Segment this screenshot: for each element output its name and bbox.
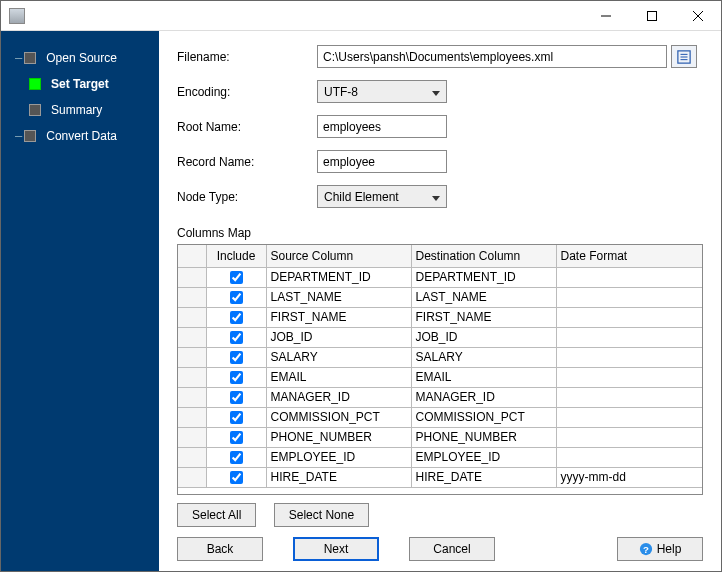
- row-header-cell[interactable]: [178, 447, 206, 467]
- sidebar-step-convert-data[interactable]: – Convert Data: [1, 123, 159, 149]
- format-cell[interactable]: yyyy-mm-dd: [556, 467, 702, 487]
- row-header-cell[interactable]: [178, 427, 206, 447]
- table-row[interactable]: HIRE_DATEHIRE_DATEyyyy-mm-dd: [178, 467, 702, 487]
- minimize-button[interactable]: [583, 1, 629, 30]
- include-checkbox[interactable]: [230, 411, 243, 424]
- nodetype-select[interactable]: Child Element: [317, 185, 447, 208]
- row-header-cell[interactable]: [178, 287, 206, 307]
- table-row[interactable]: FIRST_NAMEFIRST_NAME: [178, 307, 702, 327]
- table-row[interactable]: MANAGER_IDMANAGER_ID: [178, 387, 702, 407]
- dest-cell[interactable]: JOB_ID: [411, 327, 556, 347]
- source-cell[interactable]: FIRST_NAME: [266, 307, 411, 327]
- encoding-select[interactable]: UTF-8: [317, 80, 447, 103]
- rootname-input[interactable]: [317, 115, 447, 138]
- include-header[interactable]: Include: [206, 245, 266, 267]
- include-cell[interactable]: [206, 367, 266, 387]
- include-cell[interactable]: [206, 387, 266, 407]
- back-button[interactable]: Back: [177, 537, 263, 561]
- format-cell[interactable]: [556, 267, 702, 287]
- table-row[interactable]: DEPARTMENT_IDDEPARTMENT_ID: [178, 267, 702, 287]
- include-checkbox[interactable]: [230, 351, 243, 364]
- include-checkbox[interactable]: [230, 431, 243, 444]
- source-cell[interactable]: EMAIL: [266, 367, 411, 387]
- maximize-button[interactable]: [629, 1, 675, 30]
- filename-input[interactable]: [317, 45, 667, 68]
- recordname-input[interactable]: [317, 150, 447, 173]
- include-cell[interactable]: [206, 467, 266, 487]
- row-header-cell[interactable]: [178, 367, 206, 387]
- row-header-cell[interactable]: [178, 387, 206, 407]
- source-header[interactable]: Source Column: [266, 245, 411, 267]
- source-cell[interactable]: SALARY: [266, 347, 411, 367]
- source-cell[interactable]: DEPARTMENT_ID: [266, 267, 411, 287]
- table-row[interactable]: EMPLOYEE_IDEMPLOYEE_ID: [178, 447, 702, 467]
- include-cell[interactable]: [206, 407, 266, 427]
- dest-cell[interactable]: PHONE_NUMBER: [411, 427, 556, 447]
- source-cell[interactable]: JOB_ID: [266, 327, 411, 347]
- next-button[interactable]: Next: [293, 537, 379, 561]
- source-cell[interactable]: EMPLOYEE_ID: [266, 447, 411, 467]
- row-header-cell[interactable]: [178, 327, 206, 347]
- include-checkbox[interactable]: [230, 471, 243, 484]
- dest-header[interactable]: Destination Column: [411, 245, 556, 267]
- table-row[interactable]: EMAILEMAIL: [178, 367, 702, 387]
- format-cell[interactable]: [556, 327, 702, 347]
- row-header-cell[interactable]: [178, 347, 206, 367]
- dest-cell[interactable]: LAST_NAME: [411, 287, 556, 307]
- format-cell[interactable]: [556, 407, 702, 427]
- format-cell[interactable]: [556, 427, 702, 447]
- source-cell[interactable]: HIRE_DATE: [266, 467, 411, 487]
- row-header-cell[interactable]: [178, 307, 206, 327]
- table-row[interactable]: JOB_IDJOB_ID: [178, 327, 702, 347]
- include-cell[interactable]: [206, 307, 266, 327]
- row-header-cell[interactable]: [178, 267, 206, 287]
- format-cell[interactable]: [556, 447, 702, 467]
- select-all-button[interactable]: Select All: [177, 503, 256, 527]
- table-row[interactable]: SALARYSALARY: [178, 347, 702, 367]
- row-header-cell[interactable]: [178, 467, 206, 487]
- format-cell[interactable]: [556, 287, 702, 307]
- source-cell[interactable]: MANAGER_ID: [266, 387, 411, 407]
- sidebar-step-set-target[interactable]: Set Target: [1, 71, 159, 97]
- source-cell[interactable]: COMMISSION_PCT: [266, 407, 411, 427]
- help-button[interactable]: ? Help: [617, 537, 703, 561]
- include-checkbox[interactable]: [230, 271, 243, 284]
- format-cell[interactable]: [556, 367, 702, 387]
- include-checkbox[interactable]: [230, 451, 243, 464]
- include-cell[interactable]: [206, 327, 266, 347]
- dest-cell[interactable]: MANAGER_ID: [411, 387, 556, 407]
- include-cell[interactable]: [206, 447, 266, 467]
- dest-cell[interactable]: EMPLOYEE_ID: [411, 447, 556, 467]
- include-checkbox[interactable]: [230, 391, 243, 404]
- format-cell[interactable]: [556, 387, 702, 407]
- include-checkbox[interactable]: [230, 331, 243, 344]
- table-row[interactable]: LAST_NAMELAST_NAME: [178, 287, 702, 307]
- include-checkbox[interactable]: [230, 311, 243, 324]
- include-cell[interactable]: [206, 287, 266, 307]
- row-header-cell[interactable]: [178, 407, 206, 427]
- source-cell[interactable]: LAST_NAME: [266, 287, 411, 307]
- include-checkbox[interactable]: [230, 291, 243, 304]
- dest-cell[interactable]: EMAIL: [411, 367, 556, 387]
- include-cell[interactable]: [206, 347, 266, 367]
- browse-button[interactable]: [671, 45, 697, 68]
- sidebar-step-summary[interactable]: Summary: [1, 97, 159, 123]
- dest-cell[interactable]: SALARY: [411, 347, 556, 367]
- dest-cell[interactable]: FIRST_NAME: [411, 307, 556, 327]
- dest-cell[interactable]: COMMISSION_PCT: [411, 407, 556, 427]
- dest-cell[interactable]: HIRE_DATE: [411, 467, 556, 487]
- format-cell[interactable]: [556, 347, 702, 367]
- dest-cell[interactable]: DEPARTMENT_ID: [411, 267, 556, 287]
- table-row[interactable]: PHONE_NUMBERPHONE_NUMBER: [178, 427, 702, 447]
- format-cell[interactable]: [556, 307, 702, 327]
- include-cell[interactable]: [206, 267, 266, 287]
- include-checkbox[interactable]: [230, 371, 243, 384]
- format-header[interactable]: Date Format: [556, 245, 702, 267]
- cancel-button[interactable]: Cancel: [409, 537, 495, 561]
- select-none-button[interactable]: Select None: [274, 503, 369, 527]
- sidebar-step-open-source[interactable]: – Open Source: [1, 45, 159, 71]
- table-row[interactable]: COMMISSION_PCTCOMMISSION_PCT: [178, 407, 702, 427]
- source-cell[interactable]: PHONE_NUMBER: [266, 427, 411, 447]
- close-button[interactable]: [675, 1, 721, 30]
- include-cell[interactable]: [206, 427, 266, 447]
